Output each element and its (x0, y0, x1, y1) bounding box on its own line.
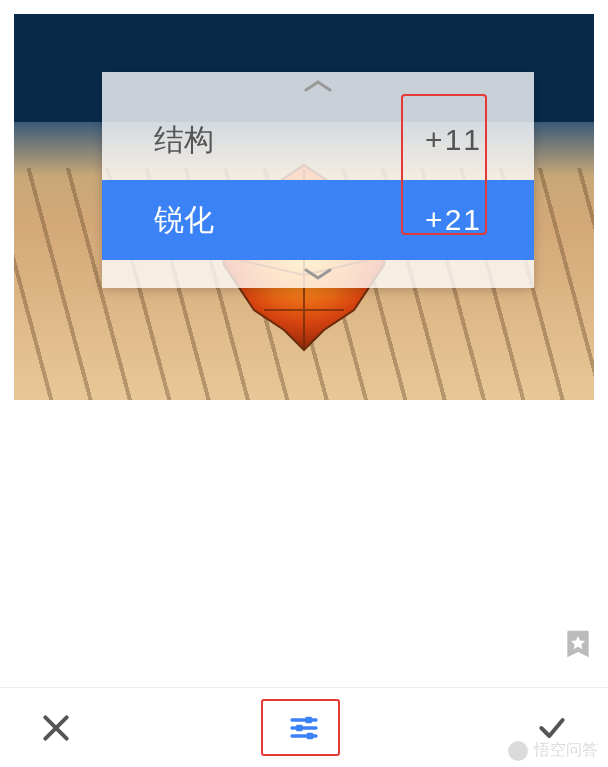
adjustment-row-structure[interactable]: 结构 +11 (102, 100, 534, 180)
svg-rect-4 (296, 724, 303, 731)
adjustment-value: +21 (425, 203, 482, 237)
favorite-button[interactable] (562, 628, 594, 660)
adjustment-row-sharpen[interactable]: 锐化 +21 (102, 180, 534, 260)
close-icon (40, 712, 72, 744)
preview-image[interactable]: 结构 +11 锐化 +21 (14, 14, 594, 400)
adjustment-label: 锐化 (154, 200, 214, 241)
adjustment-value: +11 (425, 123, 482, 157)
adjustment-label: 结构 (154, 120, 214, 161)
check-icon (536, 712, 568, 744)
apply-button[interactable] (524, 700, 580, 756)
chevron-down-icon[interactable] (102, 260, 534, 288)
tune-icon (288, 712, 320, 744)
svg-rect-5 (307, 732, 314, 739)
chevron-up-icon[interactable] (102, 72, 534, 100)
svg-rect-3 (305, 716, 312, 723)
adjustment-panel[interactable]: 结构 +11 锐化 +21 (102, 72, 534, 288)
adjust-button[interactable] (265, 700, 343, 756)
cancel-button[interactable] (28, 700, 84, 756)
bottom-toolbar (0, 687, 608, 767)
